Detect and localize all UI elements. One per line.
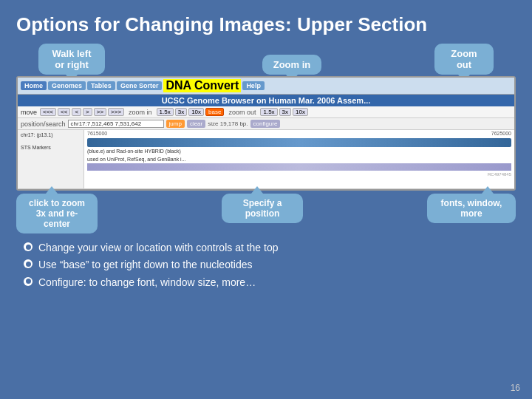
chr-label: chr17: (p13.1) <box>19 132 82 138</box>
bullet-1: Change your view or location with contro… <box>24 241 516 254</box>
pos-label: position/search <box>21 120 66 128</box>
zoom-out-3x[interactable]: 3x <box>279 108 291 116</box>
bullet-dot-1 <box>24 242 33 251</box>
nav-btn-rr[interactable]: >> <box>94 108 106 116</box>
nav-genomes[interactable]: Genomes <box>48 81 86 90</box>
callout-click-zoom: click to zoom 3x and re-center <box>16 194 98 233</box>
track-coord-bottom: RC4974845 <box>87 172 511 177</box>
bullets-section: Change your view or location with contro… <box>16 241 516 289</box>
callouts-top-row: Walk left or right Zoom in Zoom out <box>16 44 516 75</box>
bullet-text-3: Configure: to change font, window size, … <box>38 276 256 289</box>
genome-view: chr17: (p13.1) STS Markers 7615000 76250… <box>18 130 514 189</box>
nav-controls-row: move <<< << < > >> >>> zoom in 1.5x 3x 1… <box>18 106 514 118</box>
callout-walk: Walk left or right <box>38 44 105 75</box>
track-coords: 7615000 7625000 <box>84 130 514 137</box>
zoom-out-1.5x[interactable]: 1.5x <box>260 108 277 116</box>
browser-area: Home Genomes Tables Gene Sorter DNA Conv… <box>16 76 516 191</box>
pos-input[interactable]: chr17:7,512,465 7,531,642 <box>68 120 164 128</box>
nav-btn-ll[interactable]: << <box>58 108 70 116</box>
jump-button[interactable]: jump <box>166 120 185 128</box>
zoom-out-label: zoom out <box>228 109 256 116</box>
zoom-in-base[interactable]: base <box>205 108 224 116</box>
nav-btn-l[interactable]: < <box>72 108 81 116</box>
slide: Options for Changing Images: Upper Secti… <box>0 0 532 399</box>
bullet-2: Use “base” to get right down to the nucl… <box>24 258 516 271</box>
bullet-dot-3 <box>24 277 33 286</box>
browser-title: UCSC Genome Browser on Human Mar. 2006 A… <box>18 95 514 106</box>
callout-fonts: fonts, window, more <box>427 194 516 223</box>
callout-specify-position: Specify a position <box>222 194 303 223</box>
track-bar-1 <box>87 138 511 147</box>
genome-track-area: 7615000 7625000 (blue.e) and Rad-on-site… <box>84 130 514 188</box>
callouts-bottom-row: click to zoom 3x and re-center Specify a… <box>16 194 516 233</box>
bullet-text-1: Change your view or location with contro… <box>38 241 279 254</box>
zoom-in-label: zoom in <box>129 109 152 116</box>
genome-sidebar: chr17: (p13.1) STS Markers <box>18 130 84 188</box>
browser-nav-bar: Home Genomes Tables Gene Sorter DNA Conv… <box>18 78 514 95</box>
configure-button[interactable]: configure <box>250 120 281 128</box>
zoom-in-3x[interactable]: 3x <box>175 108 187 116</box>
nav-tables[interactable]: Tables <box>87 81 115 90</box>
zoom-in-10x[interactable]: 10x <box>188 108 204 116</box>
zoom-in-1.5x[interactable]: 1.5x <box>157 108 174 116</box>
zoom-out-10x[interactable]: 10x <box>293 108 308 116</box>
clear-button[interactable]: clear <box>187 120 205 128</box>
position-bar: position/search chr17:7,512,465 7,531,64… <box>18 118 514 130</box>
slide-title: Options for Changing Images: Upper Secti… <box>16 13 516 36</box>
nav-btn-r[interactable]: > <box>83 108 92 116</box>
callout-zoom-out: Zoom out <box>434 44 494 75</box>
nav-btn-rrr[interactable]: >>> <box>108 108 124 116</box>
bullet-text-2: Use “base” to get right down to the nucl… <box>38 258 253 271</box>
page-number: 16 <box>511 383 520 393</box>
bullet-3: Configure: to change font, window size, … <box>24 276 516 289</box>
callout-zoom-in: Zoom in <box>262 55 321 75</box>
nav-gene-sorter[interactable]: Gene Sorter <box>117 81 163 90</box>
track-desc2: used on UniProt, RefSeq, and GenBank i..… <box>87 157 511 162</box>
nav-help[interactable]: Help <box>242 81 265 90</box>
track-desc: (blue.e) and Rad-on-site HYBRID (black) <box>87 149 511 154</box>
nav-home[interactable]: Home <box>21 81 47 90</box>
nav-dna-convert[interactable]: DNA Convert <box>163 79 241 92</box>
sts-label: STS Markers <box>19 144 82 151</box>
size-text: size 19,178 bp. <box>208 120 248 127</box>
bullet-dot-2 <box>24 259 33 268</box>
coord-left: 7615000 <box>87 131 107 136</box>
track-bar-2 <box>87 163 511 171</box>
browser-wrapper: Home Genomes Tables Gene Sorter DNA Conv… <box>16 76 516 191</box>
move-label: move <box>21 109 37 116</box>
coord-right: 7625000 <box>491 131 511 136</box>
nav-btn-lll[interactable]: <<< <box>40 108 56 116</box>
